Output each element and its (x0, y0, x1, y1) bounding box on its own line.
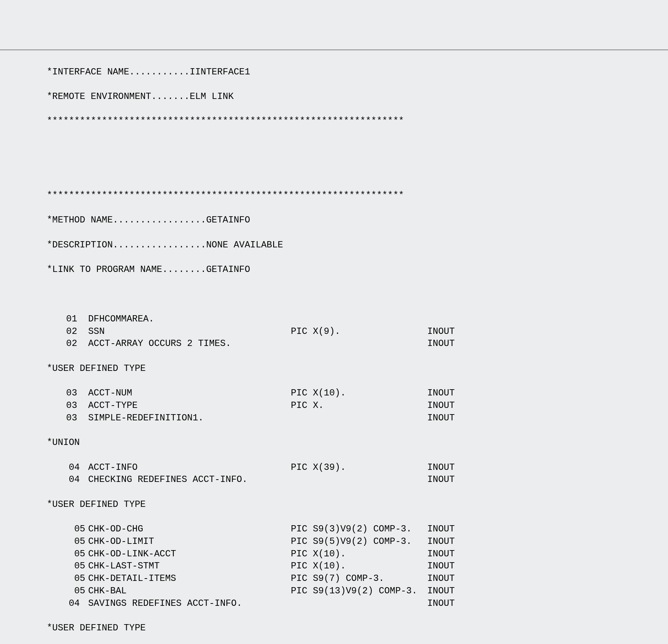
level-number: 03 (47, 387, 77, 399)
field-name: CHK-BAL (88, 585, 291, 597)
struct-block: 01 DFHCOMMAREA. 02 SSNPIC X(9).INOUT 02 … (47, 313, 668, 350)
picture-clause: PIC X. (291, 399, 427, 412)
struct-row: 05 CHK-DETAIL-ITEMSPIC S9(7) COMP-3.INOU… (47, 572, 668, 585)
struct-row: 01 DFHCOMMAREA. (47, 313, 668, 325)
level-number: 05 (47, 572, 77, 585)
struct-row: 05 CHK-OD-CHGPIC S9(3)V9(2) COMP-3.INOUT (47, 523, 668, 535)
picture-clause: PIC X(10). (291, 548, 427, 560)
interface-name-line: *INTERFACE NAME...........IINTERFACE1 (47, 66, 668, 78)
direction: INOUT (427, 461, 455, 474)
direction: INOUT (427, 535, 455, 548)
picture-clause: PIC X(9). (291, 325, 427, 338)
picture-clause: PIC X(10). (291, 387, 427, 399)
direction: INOUT (427, 548, 455, 560)
field-name: ACCT-TYPE (88, 399, 291, 412)
direction: INOUT (427, 412, 455, 424)
field-name: CHK-OD-LINK-ACCT (88, 548, 291, 560)
direction: INOUT (427, 325, 455, 338)
struct-row: 02 SSNPIC X(9).INOUT (47, 325, 668, 338)
field-name: ACCT-INFO (88, 461, 291, 474)
field-name: CHECKING REDEFINES ACCT-INFO. (88, 473, 291, 486)
level-number: 01 (47, 313, 77, 325)
field-name: ACCT-NUM (88, 387, 291, 399)
struct-row: 03 ACCT-TYPEPIC X.INOUT (47, 399, 668, 412)
field-name: SSN (88, 325, 291, 338)
struct-row: 05 CHK-OD-LIMITPIC S9(5)V9(2) COMP-3.INO… (47, 535, 668, 548)
picture-clause: PIC S9(13)V9(2) COMP-3. (291, 585, 427, 597)
link-line: *LINK TO PROGRAM NAME........GETAINFO (47, 263, 668, 276)
struct-row: 04 ACCT-INFOPIC X(39).INOUT (47, 461, 668, 474)
cobol-listing: *INTERFACE NAME...........IINTERFACE1 *R… (0, 49, 668, 644)
level-number: 05 (47, 535, 77, 548)
field-name: SAVINGS REDEFINES ACCT-INFO. (88, 597, 291, 610)
field-name: ACCT-ARRAY OCCURS 2 TIMES. (88, 337, 291, 350)
direction: INOUT (427, 585, 455, 597)
picture-clause: PIC S9(7) COMP-3. (291, 572, 427, 585)
struct-row: 03 ACCT-NUMPIC X(10).INOUT (47, 387, 668, 399)
level-number: 03 (47, 399, 77, 412)
level-number: 05 (47, 548, 77, 560)
struct-row: 05 CHK-OD-LINK-ACCTPIC X(10).INOUT (47, 548, 668, 560)
direction: INOUT (427, 337, 455, 350)
remote-env-line: *REMOTE ENVIRONMENT.......ELM LINK (47, 90, 668, 103)
level-number: 02 (47, 337, 77, 350)
description-line: *DESCRIPTION.................NONE AVAILA… (47, 239, 668, 251)
level-number: 05 (47, 523, 77, 535)
level-number: 05 (47, 560, 77, 572)
stars-line: ****************************************… (47, 189, 668, 202)
direction: INOUT (427, 473, 455, 486)
field-name: CHK-OD-CHG (88, 523, 291, 535)
picture-clause: PIC X(10). (291, 560, 427, 572)
union-line: *UNION (47, 436, 668, 449)
blank-line (47, 288, 668, 301)
level-number: 02 (47, 325, 77, 338)
struct-row: 04 SAVINGS REDEFINES ACCT-INFO.INOUT (47, 597, 668, 610)
direction: INOUT (427, 399, 455, 412)
blank-line (47, 140, 668, 152)
picture-clause: PIC S9(3)V9(2) COMP-3. (291, 523, 427, 535)
user-defined-type-line: *USER DEFINED TYPE (47, 498, 668, 511)
field-name: CHK-LAST-STMT (88, 560, 291, 572)
struct-row: 02 ACCT-ARRAY OCCURS 2 TIMES.INOUT (47, 337, 668, 350)
field-name: DFHCOMMAREA. (88, 313, 291, 325)
field-name: CHK-OD-LIMIT (88, 535, 291, 548)
direction: INOUT (427, 597, 455, 610)
struct-row: 05 CHK-BALPIC S9(13)V9(2) COMP-3.INOUT (47, 585, 668, 597)
picture-clause: PIC X(39). (291, 461, 427, 474)
method-name-line: *METHOD NAME.................GETAINFO (47, 214, 668, 226)
level-number: 04 (47, 461, 77, 474)
struct-row: 04 CHECKING REDEFINES ACCT-INFO.INOUT (47, 473, 668, 486)
direction: INOUT (427, 560, 455, 572)
level-number: 04 (47, 597, 77, 610)
direction: INOUT (427, 572, 455, 585)
level-number: 03 (47, 412, 77, 424)
user-defined-type-line: *USER DEFINED TYPE (47, 362, 668, 375)
struct-row: 05 CHK-LAST-STMTPIC X(10).INOUT (47, 560, 668, 572)
direction: INOUT (427, 387, 455, 399)
struct-block: 04 ACCT-INFOPIC X(39).INOUT 04 CHECKING … (47, 461, 668, 486)
picture-clause: PIC S9(5)V9(2) COMP-3. (291, 535, 427, 548)
field-name: CHK-DETAIL-ITEMS (88, 572, 291, 585)
struct-block: 03 ACCT-NUMPIC X(10).INOUT 03 ACCT-TYPEP… (47, 387, 668, 424)
blank-line (47, 164, 668, 177)
user-defined-type-line: *USER DEFINED TYPE (47, 622, 668, 634)
field-name: SIMPLE-REDEFINITION1. (88, 412, 291, 424)
level-number: 04 (47, 473, 77, 486)
level-number: 05 (47, 585, 77, 597)
stars-line: ****************************************… (47, 115, 668, 127)
direction: INOUT (427, 523, 455, 535)
struct-row: 03 SIMPLE-REDEFINITION1.INOUT (47, 412, 668, 424)
struct-block: 05 CHK-OD-CHGPIC S9(3)V9(2) COMP-3.INOUT… (47, 523, 668, 609)
